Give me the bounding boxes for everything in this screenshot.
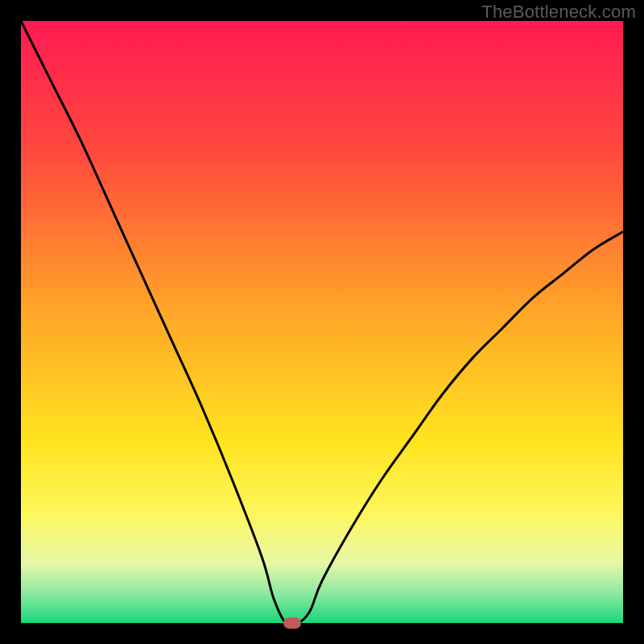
optimal-point-marker (283, 617, 301, 629)
plot-area (21, 21, 623, 623)
chart-frame: TheBottleneck.com (0, 0, 644, 644)
bottleneck-curve (21, 21, 623, 623)
watermark-text: TheBottleneck.com (481, 2, 636, 23)
